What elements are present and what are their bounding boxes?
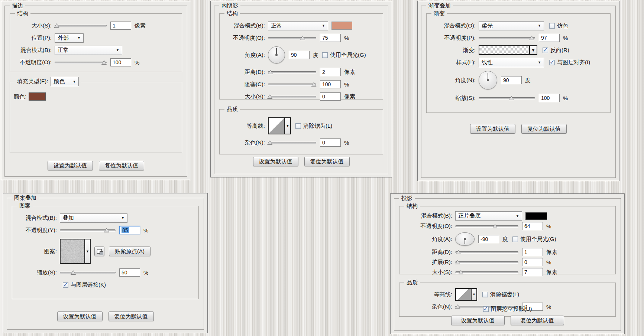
unit-pixels: 像素 (344, 69, 355, 76)
inner-shadow-noise-input[interactable] (320, 138, 341, 147)
checkbox-box[interactable] (322, 52, 328, 58)
reset-default-button[interactable]: 复位为默认值 (511, 316, 564, 325)
inner-shadow-distance-slider[interactable] (268, 69, 316, 75)
inner-shadow-size-slider[interactable] (268, 94, 316, 100)
use-global-light-checkbox[interactable]: 使用全局光(G) (322, 52, 366, 59)
gradient-angle-input[interactable] (501, 76, 522, 84)
stroke-opacity-input[interactable] (110, 58, 131, 66)
drop-shadow-opacity-input[interactable] (522, 222, 543, 230)
drop-shadow-blend-mode-select[interactable]: 正片叠底 ▼ (455, 211, 522, 221)
reset-default-button[interactable]: 复位为默认值 (109, 311, 154, 321)
drop-shadow-color-swatch[interactable] (525, 212, 547, 220)
inner-shadow-opacity-input[interactable] (320, 34, 341, 42)
use-global-light-checkbox[interactable]: 使用全局光(G) (512, 236, 556, 243)
drop-shadow-spread-input[interactable] (522, 258, 543, 266)
anti-aliased-checkbox[interactable]: 消除锯齿(L) (295, 123, 332, 130)
stroke-position-select[interactable]: 外部 ▼ (55, 33, 84, 43)
stroke-opacity-slider[interactable] (55, 59, 107, 65)
checkbox-box[interactable] (549, 60, 555, 65)
stroke-opacity-unit: % (135, 59, 139, 66)
layer-knocks-out-checkbox[interactable]: 图层挖空投影(U) (483, 306, 532, 313)
inner-shadow-choke-slider[interactable] (268, 81, 316, 87)
drop-shadow-size-input[interactable] (522, 268, 543, 276)
reset-default-button[interactable]: 复位为默认值 (99, 161, 144, 170)
gradient-scale-slider[interactable] (479, 95, 535, 101)
gradient-blend-mode-select[interactable]: 柔光 ▼ (479, 21, 544, 30)
inner-shadow-noise-slider[interactable] (268, 140, 316, 146)
inner-shadow-contour-well[interactable]: ▼ (268, 117, 291, 134)
inner-shadow-structure-group: 结构 混合模式(B): 正常 ▼ 不透明度(O): % 角度(A): (219, 13, 383, 100)
pattern-scale-input[interactable] (119, 268, 140, 277)
pattern-scale-slider[interactable] (60, 270, 116, 275)
gradient-style-select[interactable]: 线性 ▼ (479, 58, 544, 67)
pattern-dropdown-button[interactable]: ▼ (84, 239, 90, 263)
dither-checkbox[interactable]: 仿色 (549, 22, 568, 29)
drop-shadow-structure-group: 结构 混合模式(B): 正片叠底 ▼ 不透明度(O): % 角度(A): (399, 206, 616, 274)
anti-aliased-checkbox[interactable]: 消除锯齿(L) (482, 291, 519, 298)
inner-shadow-color-swatch[interactable] (331, 22, 352, 30)
drop-shadow-distance-slider[interactable] (455, 249, 518, 255)
reset-default-button[interactable]: 复位为默认值 (304, 157, 350, 166)
set-default-button[interactable]: 设置为默认值 (470, 124, 515, 134)
checkbox-box[interactable] (512, 236, 518, 242)
contour-dropdown-button[interactable]: ▼ (284, 118, 290, 134)
new-pattern-button[interactable] (94, 247, 104, 256)
inner-shadow-angle-dial[interactable] (268, 46, 285, 63)
drop-shadow-opacity-slider[interactable] (455, 223, 518, 229)
stroke-size-input[interactable] (110, 22, 131, 30)
chevron-down-icon: ▼ (121, 216, 124, 220)
pattern-well[interactable]: ▼ (60, 239, 91, 264)
gradient-opacity-input[interactable] (539, 34, 560, 42)
contour-dropdown-button[interactable]: ▼ (471, 289, 476, 300)
checkbox-box[interactable] (543, 48, 548, 53)
blend-mode-label: 混合模式(O): (430, 22, 479, 29)
gradient-well[interactable]: ▼ (479, 45, 537, 55)
snap-to-origin-button[interactable]: 贴紧原点(A) (109, 247, 151, 256)
gradient-dropdown-button[interactable]: ▼ (529, 46, 537, 54)
checkbox-box[interactable] (549, 23, 555, 29)
gradient-angle-dial[interactable] (479, 71, 497, 89)
new-preset-icon (97, 249, 102, 254)
set-default-button[interactable]: 设置为默认值 (57, 311, 103, 321)
checkbox-box[interactable] (482, 292, 488, 297)
drop-shadow-contour-well[interactable]: ▼ (455, 288, 477, 301)
reverse-checkbox[interactable]: 反向(R) (543, 47, 569, 54)
unit-percent: % (563, 95, 568, 101)
pattern-blend-mode-select[interactable]: 叠加 ▼ (60, 213, 127, 223)
inner-shadow-opacity-slider[interactable] (268, 35, 316, 41)
drop-shadow-distance-input[interactable] (522, 248, 543, 256)
drop-shadow-spread-slider[interactable] (455, 259, 518, 265)
reset-default-button[interactable]: 复位为默认值 (521, 124, 567, 134)
inner-shadow-size-input[interactable] (320, 92, 341, 101)
align-with-layer-checkbox[interactable]: 与图层对齐(I) (549, 59, 590, 66)
link-with-layer-checkbox[interactable]: 与图层链接(K) (63, 281, 106, 288)
set-default-button[interactable]: 设置为默认值 (48, 161, 93, 170)
slider-track (268, 37, 316, 39)
drop-shadow-angle-input[interactable] (478, 235, 499, 243)
inner-shadow-angle-input[interactable] (289, 51, 310, 59)
inner-shadow-distance-input[interactable] (320, 68, 341, 76)
pattern-opacity-input[interactable]: 85 (119, 226, 140, 234)
drop-shadow-angle-dial[interactable] (455, 232, 475, 246)
drop-shadow-structure-title: 结构 (404, 203, 420, 210)
stroke-fill-type-select[interactable]: 颜色 ▼ (51, 77, 79, 86)
gradient-scale-input[interactable] (539, 94, 560, 102)
set-default-button[interactable]: 设置为默认值 (451, 316, 505, 325)
inner-shadow-choke-input[interactable] (320, 80, 341, 88)
stroke-size-slider[interactable] (55, 23, 107, 29)
drop-shadow-size-slider[interactable] (455, 269, 518, 275)
checkbox-box[interactable] (63, 282, 68, 288)
opacity-label: 不透明度(O): (402, 223, 455, 230)
checkbox-box[interactable] (295, 123, 301, 129)
pattern-opacity-slider[interactable] (60, 227, 116, 233)
inner-shadow-blend-mode-select[interactable]: 正常 ▼ (268, 21, 328, 30)
checkbox-box[interactable] (483, 306, 489, 312)
gradient-opacity-slider[interactable] (479, 35, 535, 41)
stroke-color-swatch[interactable] (29, 92, 46, 101)
pattern-overlay-group: 图案叠加 图案 混合模式(B): 叠加 ▼ 不透明度(Y): 85 % (7, 198, 204, 330)
stroke-blend-mode-select[interactable]: 正常 ▼ (55, 46, 122, 55)
set-default-button[interactable]: 设置为默认值 (253, 157, 298, 166)
drop-shadow-panel-title: 投影 (399, 195, 415, 202)
chevron-down-icon: ▼ (86, 249, 89, 253)
inner-shadow-quality-group: 品质 等高线: ▼ 消除锯齿(L) 杂色(N): % (219, 109, 383, 154)
